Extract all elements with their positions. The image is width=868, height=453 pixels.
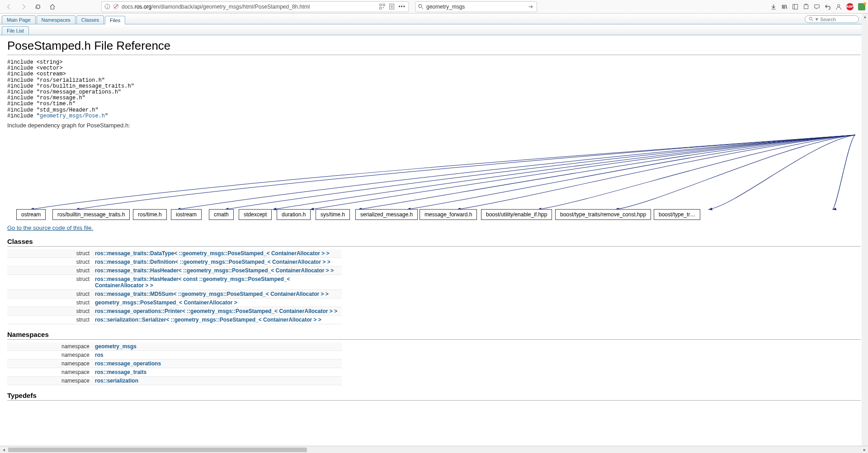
svg-point-21 [837, 4, 840, 6]
namespaces-heading: Namespaces [7, 331, 861, 340]
info-icon: i [104, 4, 110, 9]
forward-button[interactable] [17, 1, 30, 12]
svg-line-16 [786, 5, 787, 9]
table-row: namespaceros [7, 350, 342, 359]
address-bar[interactable]: i docs.ros.org/en/diamondback/api/geomet… [101, 1, 409, 12]
graph-node[interactable]: serialized_message.h [355, 209, 418, 220]
table-row: structros::message_operations::Printer< … [7, 307, 342, 315]
table-row: namespaceros::message_traits [7, 368, 342, 376]
doxygen-search-input[interactable] [820, 17, 852, 22]
graph-node[interactable]: ros/builtin_message_traits.h [52, 209, 130, 220]
graph-node[interactable]: cmath [209, 209, 234, 220]
svg-rect-6 [383, 7, 384, 8]
subtab-file-list[interactable]: File List [2, 26, 29, 35]
member-link[interactable]: ros::message_traits::HasHeader< ::geomet… [95, 267, 334, 274]
graph-node[interactable]: iostream [171, 209, 202, 220]
namespaces-table: namespacegeometry_msgsnamespacerosnamesp… [7, 342, 342, 385]
table-row: structros::serialization::Serializer< ::… [7, 315, 342, 324]
table-row: namespaceros::serialization [7, 376, 342, 385]
svg-line-12 [422, 7, 423, 9]
tab-main-page[interactable]: Main Page [2, 15, 36, 24]
member-link[interactable]: ros::serialization [95, 378, 138, 384]
vertical-scrollbar[interactable]: ▴ [862, 14, 868, 421]
table-row: structgeometry_msgs::PoseStamped_< Conta… [7, 298, 342, 307]
shield-off-icon [113, 4, 119, 9]
graph-node[interactable]: stdexcept [239, 209, 272, 220]
table-row: structros::message_traits::HasHeader< ::… [7, 266, 342, 275]
svg-point-11 [419, 5, 422, 8]
main-tabs: Main PageNamespacesClassesFiles [0, 14, 868, 24]
includes-block: #include <string>#include <vector>#inclu… [7, 60, 861, 119]
graph-node[interactable]: duration.h [277, 209, 311, 220]
search-icon [809, 17, 814, 22]
table-row: structros::message_traits::MD5Sum< ::geo… [7, 290, 342, 298]
extension-icon[interactable] [803, 4, 809, 10]
page-title: PoseStamped.h File Reference [7, 39, 861, 55]
svg-rect-19 [804, 5, 808, 9]
classes-table: structros::message_traits::DataType< ::g… [7, 249, 342, 324]
qr-icon[interactable] [379, 4, 385, 9]
graph-node[interactable]: boost/type_traits/remove_const.hpp [555, 209, 651, 220]
extension-badge-icon[interactable] [858, 3, 865, 10]
member-link[interactable]: ros::message_traits::Definition< ::geome… [95, 259, 330, 265]
svg-point-22 [809, 17, 812, 20]
table-row: namespaceros::message_operations [7, 359, 342, 368]
member-link[interactable]: ros [95, 352, 104, 358]
doxygen-search[interactable]: ▾ [805, 15, 859, 23]
member-link[interactable]: ros::serialization::Serializer< ::geomet… [95, 317, 321, 323]
member-link[interactable]: geometry_msgs::PoseStamped_< ContainerAl… [95, 299, 237, 306]
svg-rect-4 [383, 4, 385, 5]
graph-node[interactable]: sys/time.h [316, 209, 350, 220]
undo-icon[interactable] [825, 4, 831, 10]
graph-node[interactable]: message_forward.h [420, 209, 477, 220]
back-button[interactable] [3, 1, 15, 12]
table-row: structros::message_traits::DataType< ::g… [7, 249, 342, 258]
include-link[interactable]: geometry_msgs/Pose.h [40, 113, 105, 119]
chat-icon[interactable] [814, 4, 820, 10]
search-icon [418, 4, 424, 9]
svg-rect-3 [380, 4, 382, 5]
graph-node[interactable]: ostream [16, 209, 46, 220]
table-row: structros::message_traits::HasHeader< co… [7, 275, 342, 290]
graph-node[interactable]: boost/utility/enable_if.hpp [481, 209, 552, 220]
download-icon[interactable] [770, 4, 777, 10]
table-row: structros::message_traits::Definition< :… [7, 257, 342, 266]
reload-button[interactable] [32, 1, 44, 12]
home-button[interactable] [46, 1, 59, 12]
svg-line-2 [114, 5, 118, 8]
account-icon[interactable] [835, 4, 842, 10]
member-link[interactable]: ros::message_traits [95, 369, 146, 375]
sidebar-icon[interactable] [792, 4, 798, 10]
svg-rect-20 [805, 4, 807, 5]
dependency-graph-label: Include dependency graph for PoseStamped… [7, 122, 861, 129]
browser-search-bar[interactable]: geometry_msgs [415, 1, 537, 12]
library-icon[interactable] [781, 4, 788, 10]
reader-icon[interactable] [389, 4, 395, 9]
table-row: namespacegeometry_msgs [7, 342, 342, 351]
member-link[interactable]: ros::message_traits::MD5Sum< ::geometry_… [95, 291, 329, 297]
page-actions-icon[interactable]: ••• [398, 4, 406, 10]
svg-rect-5 [380, 7, 382, 9]
dependency-graph: ostreamros/builtin_message_traits.hros/t… [7, 131, 861, 221]
svg-rect-17 [793, 4, 798, 9]
tab-files[interactable]: Files [105, 16, 125, 24]
member-link[interactable]: ros::message_operations [95, 360, 161, 367]
svg-text:i: i [107, 5, 108, 9]
abp-icon[interactable]: ABP [846, 3, 854, 10]
sub-tabs: File List [0, 24, 868, 35]
member-link[interactable]: ros::message_traits::DataType< ::geometr… [95, 250, 330, 257]
graph-node[interactable]: boost/type_tr… [654, 209, 700, 220]
tab-classes[interactable]: Classes [76, 15, 104, 24]
graph-node[interactable]: ros/time.h [133, 209, 167, 220]
tab-namespaces[interactable]: Namespaces [37, 15, 75, 24]
member-link[interactable]: ros::message_traits::HasHeader< const ::… [95, 276, 290, 289]
source-code-link[interactable]: Go to the source code of this file. [7, 224, 93, 231]
url-text: docs.ros.org/en/diamondback/api/geometry… [122, 4, 377, 10]
browser-toolbar: i docs.ros.org/en/diamondback/api/geomet… [0, 0, 868, 14]
member-link[interactable]: geometry_msgs [95, 343, 137, 350]
member-link[interactable]: ros::message_operations::Printer< ::geom… [95, 308, 337, 314]
search-text: geometry_msgs [426, 4, 525, 10]
go-arrow-icon[interactable] [528, 4, 534, 9]
typedefs-heading: Typedefs [7, 392, 861, 401]
classes-heading: Classes [7, 238, 861, 247]
